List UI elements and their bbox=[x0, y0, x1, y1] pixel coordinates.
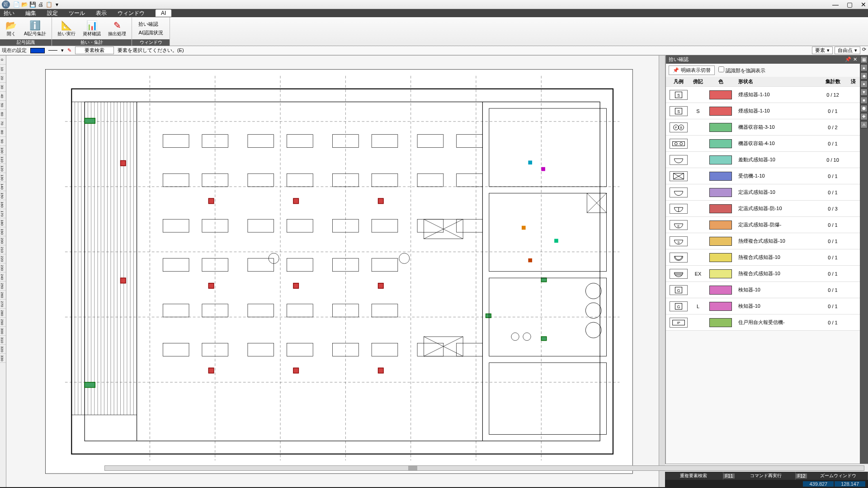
side-panel-close-icon[interactable]: ✕ bbox=[853, 56, 857, 62]
ruler-tick: 70 bbox=[0, 119, 6, 128]
legend-row[interactable]: 受信機-1-100 / 1 bbox=[666, 168, 860, 184]
ribbon-open-button[interactable]: 📂 開く bbox=[3, 19, 19, 38]
current-settings-label: 現在の設定 bbox=[2, 47, 27, 54]
scroll-horizontal[interactable] bbox=[104, 465, 864, 471]
svg-text:B: B bbox=[680, 126, 682, 129]
qa-new-icon[interactable]: 📄 bbox=[13, 1, 20, 8]
ruler-tick: 0 bbox=[0, 56, 6, 65]
menu-tab-ai[interactable]: AI bbox=[156, 9, 171, 17]
ruler-tick: 130 bbox=[0, 173, 6, 182]
info-icon: ℹ️ bbox=[29, 20, 41, 31]
color-swatch[interactable] bbox=[30, 48, 45, 53]
legend-row[interactable]: SS煙感知器-1-100 / 1 bbox=[666, 103, 860, 119]
ruler-tick: 30 bbox=[0, 83, 6, 92]
svg-rect-99 bbox=[121, 160, 126, 166]
legend-row[interactable]: 定温式感知器-防-100 / 3 bbox=[666, 201, 860, 217]
strip-icon-3[interactable]: ◆ bbox=[860, 72, 868, 80]
maximize-button[interactable]: ▢ bbox=[847, 1, 853, 8]
line-style-dropdown[interactable]: ▾ bbox=[61, 47, 64, 53]
ruler-tick: 60 bbox=[0, 110, 6, 119]
qa-dropdown-icon[interactable]: ▾ bbox=[53, 1, 61, 8]
strip-icon-7[interactable]: ⬟ bbox=[860, 105, 868, 112]
strip-icon-4[interactable]: ● bbox=[860, 80, 868, 88]
menu-tool[interactable]: ツール bbox=[69, 9, 85, 17]
line-width-indicator[interactable] bbox=[48, 50, 57, 51]
legend-row[interactable]: S煙感知器-1-100 / 12 bbox=[666, 87, 860, 103]
ruler-tick: 140 bbox=[0, 182, 6, 191]
drawing-canvas[interactable] bbox=[6, 56, 659, 487]
strip-icon-5[interactable]: ▼ bbox=[860, 89, 868, 96]
legend-name: 検知器-10 bbox=[736, 303, 819, 310]
svg-text:IP: IP bbox=[677, 320, 680, 324]
ribbon-material-check-button[interactable]: 📊 資材確認 bbox=[80, 19, 104, 38]
ribbon-ai-status-link[interactable]: AI認識状況 bbox=[138, 29, 163, 36]
strip-icon-1[interactable]: ▦ bbox=[860, 56, 868, 63]
legend-name: 機器収容箱-3-10 bbox=[736, 124, 819, 131]
legend-row[interactable]: S熱煙複合式感知器-100 / 1 bbox=[666, 233, 860, 249]
strip-icon-8[interactable]: ✚ bbox=[860, 113, 868, 120]
element-combo[interactable]: 要素▾ bbox=[812, 47, 833, 54]
legend-row[interactable]: PB機器収容箱-3-100 / 2 bbox=[666, 119, 860, 136]
fn-item-f11[interactable]: F11コマンド再実行 bbox=[723, 472, 796, 480]
legend-table: 凡例 傍記 色 形状名 集計数 済 S煙感知器-1-100 / 12SS煙感知器… bbox=[666, 77, 860, 464]
emphasis-checkbox-input[interactable] bbox=[718, 66, 724, 72]
close-button[interactable]: ✕ bbox=[861, 1, 866, 8]
ruler-tick: 280 bbox=[0, 309, 6, 318]
ribbon-group-title-1: 記号認識 bbox=[0, 39, 52, 46]
minimize-button[interactable]: — bbox=[832, 1, 839, 8]
strip-icon-6[interactable]: ■ bbox=[860, 97, 868, 104]
qa-open-icon[interactable]: 📂 bbox=[21, 1, 28, 8]
snap-combo[interactable]: 自由点▾ bbox=[835, 47, 860, 54]
legend-row[interactable]: GL検知器-100 / 1 bbox=[666, 298, 860, 314]
ribbon-pickup-confirm-link[interactable]: 拾い確認 bbox=[138, 21, 163, 28]
fn-item-f12[interactable]: F12ズームウィンドウ bbox=[796, 472, 868, 480]
fn-label: ズームウィンドウ bbox=[809, 473, 868, 479]
ribbon-extract-button[interactable]: ✎ 抽出処理 bbox=[105, 19, 129, 38]
legend-row[interactable]: 差動式感知器-100 / 10 bbox=[666, 152, 860, 168]
qa-save-icon[interactable]: 💾 bbox=[29, 1, 36, 8]
ruler-tick: 200 bbox=[0, 236, 6, 245]
legend-ref: S bbox=[691, 108, 705, 114]
pen-tool-icon[interactable]: ✎ bbox=[67, 47, 71, 53]
legend-count: 0 / 2 bbox=[819, 125, 846, 130]
strip-icon-9[interactable]: A bbox=[860, 121, 868, 128]
refresh-icon[interactable]: ⟳ bbox=[862, 47, 866, 54]
legend-row[interactable]: EX熱複合式感知器-100 / 1 bbox=[666, 266, 860, 282]
ruler-tick: 20 bbox=[0, 74, 6, 83]
title-bar: 匠 📄 📂 💾 🖨 📋 ▾ — ▢ ✕ bbox=[0, 0, 868, 9]
menu-settings[interactable]: 設定 bbox=[47, 9, 58, 17]
menu-view[interactable]: 表示 bbox=[96, 9, 107, 17]
qa-print-icon[interactable]: 🖨 bbox=[37, 1, 44, 8]
legend-symbol: G bbox=[666, 301, 691, 311]
strip-icon-2[interactable]: ▲ bbox=[860, 64, 868, 71]
ribbon-ai-summary-button[interactable]: ℹ️ AI記号集計 bbox=[21, 19, 49, 38]
legend-row[interactable]: 熱複合式感知器-100 / 1 bbox=[666, 249, 860, 266]
detail-toggle-button[interactable]: 📌 明細表示切替 bbox=[669, 66, 715, 75]
scroll-vertical[interactable] bbox=[659, 56, 665, 487]
legend-row[interactable]: G検知器-100 / 1 bbox=[666, 282, 860, 298]
menu-window[interactable]: ウィンドウ bbox=[118, 9, 145, 17]
status-coordinates: 439.827 128.147 bbox=[803, 481, 865, 487]
side-panel: 拾い確認 📌 ✕ 📌 明細表示切替 認識部を強調表示 凡例 傍記 色 形状名 集 bbox=[665, 55, 860, 464]
legend-row[interactable]: 定温式感知器-100 / 1 bbox=[666, 184, 860, 201]
svg-text:G: G bbox=[677, 288, 680, 292]
element-search-button[interactable]: 要素検索 bbox=[75, 47, 114, 54]
legend-color bbox=[705, 155, 736, 164]
legend-row[interactable]: 機器収容箱-4-100 / 1 bbox=[666, 136, 860, 152]
svg-point-131 bbox=[675, 142, 677, 145]
qa-paste-icon[interactable]: 📋 bbox=[45, 1, 52, 8]
ribbon-pickup-run-button[interactable]: 📐 拾い実行 bbox=[55, 19, 78, 38]
legend-count: 0 / 1 bbox=[819, 190, 846, 195]
svg-rect-100 bbox=[121, 278, 126, 283]
menu-edit[interactable]: 編集 bbox=[25, 9, 36, 17]
legend-color bbox=[705, 139, 736, 148]
menu-hiroi[interactable]: 拾い bbox=[4, 9, 14, 17]
legend-count: 0 / 1 bbox=[819, 222, 846, 228]
emphasis-checkbox[interactable]: 認識部を強調表示 bbox=[718, 66, 765, 74]
legend-ref: EX bbox=[691, 271, 705, 277]
legend-row[interactable]: IP住戸用自火報受信機-0 / 1 bbox=[666, 314, 860, 331]
legend-row[interactable]: E定温式感知器-防爆-0 / 1 bbox=[666, 217, 860, 233]
legend-symbol bbox=[666, 269, 691, 279]
side-panel-pin-icon[interactable]: 📌 bbox=[845, 56, 851, 62]
ruler-icon: 📐 bbox=[61, 20, 72, 31]
